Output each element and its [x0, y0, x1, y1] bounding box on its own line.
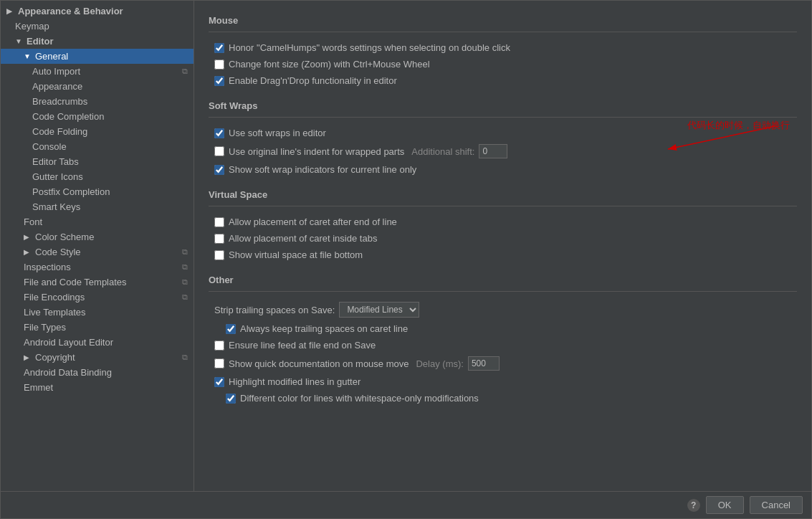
sidebar-item-file-encodings[interactable]: File Encodings ⧉ — [1, 290, 194, 305]
sidebar-item-android-layout-editor[interactable]: Android Layout Editor — [1, 335, 194, 350]
copy-icon: ⧉ — [182, 67, 188, 76]
sidebar-item-emmet[interactable]: Emmet — [1, 380, 194, 395]
additional-shift-label: Additional shift: — [411, 146, 474, 157]
mouse-section: Mouse Honor "CamelHumps" words settings … — [209, 15, 797, 89]
highlight-modified-row: Highlight modified lines in gutter — [209, 373, 797, 390]
sidebar-label: General — [35, 51, 68, 62]
copy-icon: ⧉ — [182, 353, 188, 362]
sidebar-label: Code Folding — [32, 126, 87, 137]
allow-caret-inside-tabs-label[interactable]: Allow placement of caret inside tabs — [214, 233, 377, 244]
change-font-size-label[interactable]: Change font size (Zoom) with Ctrl+Mouse … — [214, 59, 430, 70]
sidebar-item-copyright[interactable]: ▶ Copyright ⧉ — [1, 350, 194, 365]
expand-icon: ▼ — [24, 52, 32, 60]
sidebar-item-auto-import[interactable]: Auto Import ⧉ — [1, 64, 194, 79]
copy-icon: ⧉ — [182, 262, 188, 272]
show-soft-wrap-indicators-label[interactable]: Show soft wrap indicators for current li… — [214, 164, 416, 175]
use-original-indent-row: Use original line's indent for wrapped p… — [209, 141, 797, 161]
sidebar-item-smart-keys[interactable]: Smart Keys — [1, 199, 194, 214]
allow-caret-inside-tabs-checkbox[interactable] — [214, 234, 224, 244]
enable-drag-drop-checkbox[interactable] — [214, 76, 224, 86]
sidebar-item-file-code-templates[interactable]: File and Code Templates ⧉ — [1, 275, 194, 290]
sidebar-item-breadcrumbs[interactable]: Breadcrumbs — [1, 94, 194, 109]
strip-trailing-spaces-dropdown[interactable]: None All Modified Lines — [339, 302, 419, 318]
change-font-size-text: Change font size (Zoom) with Ctrl+Mouse … — [229, 59, 430, 70]
highlight-modified-checkbox[interactable] — [214, 377, 224, 387]
different-color-row: Different color for lines with whitespac… — [209, 390, 797, 406]
honor-camelhumps-checkbox[interactable] — [214, 43, 224, 53]
use-soft-wraps-label[interactable]: Use soft wraps in editor — [214, 128, 326, 138]
highlight-modified-text: Highlight modified lines in gutter — [229, 376, 360, 387]
expand-icon: ▶ — [24, 233, 32, 241]
always-keep-trailing-label[interactable]: Always keep trailing spaces on caret lin… — [226, 323, 408, 334]
soft-wraps-section: Soft Wraps Use soft wraps in editor Use — [209, 100, 797, 178]
additional-shift-input[interactable] — [479, 144, 507, 158]
sidebar: ▶ Appearance & Behavior Keymap ▼ Editor … — [1, 1, 194, 491]
delay-ms-input[interactable] — [468, 356, 500, 371]
highlight-modified-label[interactable]: Highlight modified lines in gutter — [214, 376, 360, 387]
enable-drag-drop-text: Enable Drag'n'Drop functionality in edit… — [229, 75, 397, 86]
ensure-line-feed-label[interactable]: Ensure line feed at file end on Save — [214, 340, 376, 351]
soft-wraps-annotation-container: Use soft wraps in editor Use original li… — [209, 125, 797, 178]
different-color-checkbox[interactable] — [226, 394, 236, 404]
help-button[interactable]: ? — [687, 499, 700, 512]
use-original-indent-label[interactable]: Use original line's indent for wrapped p… — [214, 146, 404, 157]
use-original-indent-checkbox[interactable] — [214, 146, 224, 156]
sidebar-label: Inspections — [24, 262, 71, 272]
sidebar-label: Font — [24, 216, 42, 227]
use-soft-wraps-checkbox[interactable] — [214, 128, 224, 138]
show-virtual-space-checkbox[interactable] — [214, 250, 224, 260]
sidebar-item-general[interactable]: ▼ General — [1, 49, 194, 64]
sidebar-label: Code Style — [35, 247, 81, 257]
expand-icon: ▶ — [6, 7, 15, 15]
sidebar-item-code-style[interactable]: ▶ Code Style ⧉ — [1, 244, 194, 260]
sidebar-item-font[interactable]: Font — [1, 214, 194, 229]
use-original-indent-text: Use original line's indent for wrapped p… — [229, 146, 404, 157]
sidebar-item-editor-tabs[interactable]: Editor Tabs — [1, 154, 194, 169]
sidebar-item-appearance[interactable]: Appearance — [1, 79, 194, 94]
sidebar-item-color-scheme[interactable]: ▶ Color Scheme — [1, 229, 194, 244]
always-keep-trailing-checkbox[interactable] — [226, 324, 236, 334]
sidebar-item-console[interactable]: Console — [1, 139, 194, 154]
enable-drag-drop-label[interactable]: Enable Drag'n'Drop functionality in edit… — [214, 75, 397, 86]
ok-button[interactable]: OK — [706, 496, 744, 514]
sidebar-item-live-templates[interactable]: Live Templates — [1, 305, 194, 320]
allow-caret-after-end-checkbox[interactable] — [214, 217, 224, 227]
change-font-size-checkbox[interactable] — [214, 59, 224, 70]
cancel-button[interactable]: Cancel — [750, 496, 803, 514]
use-soft-wraps-row: Use soft wraps in editor — [209, 125, 797, 141]
show-soft-wrap-indicators-checkbox[interactable] — [214, 165, 224, 175]
sidebar-item-gutter-icons[interactable]: Gutter Icons — [1, 169, 194, 184]
ensure-line-feed-text: Ensure line feed at file end on Save — [229, 340, 376, 351]
sidebar-label: Appearance — [32, 81, 82, 92]
sidebar-label: Console — [32, 141, 67, 152]
soft-wraps-divider — [209, 117, 797, 118]
allow-caret-after-end-label[interactable]: Allow placement of caret after end of li… — [214, 216, 397, 227]
show-virtual-space-label[interactable]: Show virtual space at file bottom — [214, 249, 363, 260]
ensure-line-feed-checkbox[interactable] — [214, 341, 224, 351]
show-quick-doc-label[interactable]: Show quick documentation on mouse move — [214, 358, 409, 369]
sidebar-item-code-completion[interactable]: Code Completion — [1, 109, 194, 124]
show-quick-doc-checkbox[interactable] — [214, 358, 224, 368]
always-keep-trailing-row: Always keep trailing spaces on caret lin… — [209, 320, 797, 337]
sidebar-item-code-folding[interactable]: Code Folding — [1, 124, 194, 139]
sidebar-label: Android Data Binding — [24, 367, 112, 378]
sidebar-item-file-types[interactable]: File Types — [1, 320, 194, 335]
sidebar-item-android-data-binding[interactable]: Android Data Binding — [1, 365, 194, 380]
allow-caret-after-end-text: Allow placement of caret after end of li… — [229, 216, 397, 227]
sidebar-item-inspections[interactable]: Inspections ⧉ — [1, 260, 194, 275]
sidebar-label: Editor Tabs — [32, 156, 79, 167]
always-keep-trailing-text: Always keep trailing spaces on caret lin… — [240, 323, 408, 334]
honor-camelhumps-label[interactable]: Honor "CamelHumps" words settings when s… — [214, 42, 510, 53]
settings-dialog: ▶ Appearance & Behavior Keymap ▼ Editor … — [0, 0, 812, 519]
different-color-label[interactable]: Different color for lines with whitespac… — [226, 393, 479, 404]
sidebar-item-appearance-behavior[interactable]: ▶ Appearance & Behavior — [1, 4, 194, 19]
delay-ms-label: Delay (ms): — [416, 358, 463, 369]
different-color-text: Different color for lines with whitespac… — [240, 393, 479, 404]
mouse-section-title: Mouse — [209, 15, 797, 26]
change-font-size-row: Change font size (Zoom) with Ctrl+Mouse … — [209, 56, 797, 72]
sidebar-label: Emmet — [24, 382, 53, 393]
sidebar-item-editor[interactable]: ▼ Editor — [1, 34, 194, 49]
sidebar-item-postfix-completion[interactable]: Postfix Completion — [1, 184, 194, 199]
sidebar-item-keymap[interactable]: Keymap — [1, 19, 194, 34]
sidebar-label: Appearance & Behavior — [18, 6, 123, 16]
